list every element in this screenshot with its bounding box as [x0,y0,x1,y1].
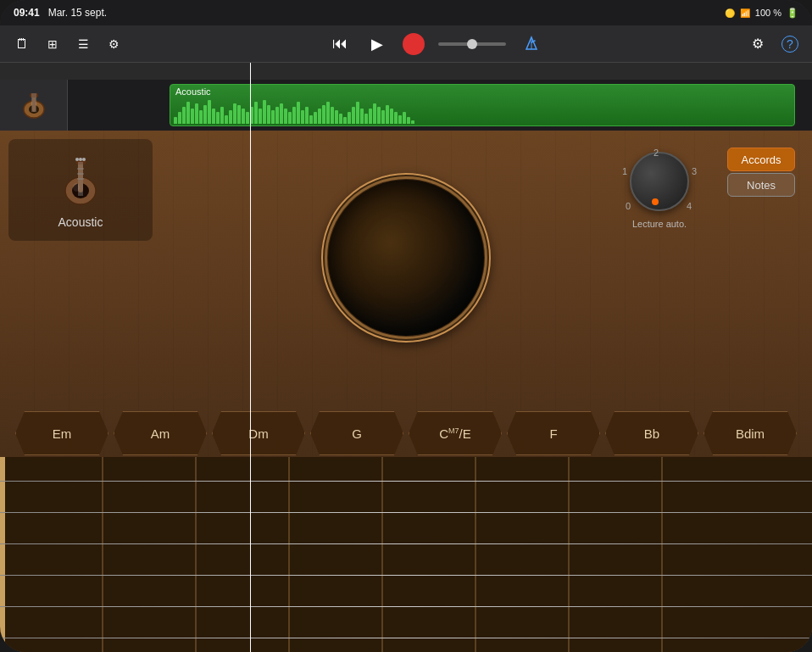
chord-label-dm: Dm [248,426,268,441]
fret-line-2 [195,457,197,652]
chord-label-bdim: Bdim [736,426,765,441]
track-guitar-icon [17,88,51,122]
knob-label-4: 4 [687,201,692,211]
track-region[interactable]: Acoustic [170,84,795,126]
acoustic-guitar-icon [53,153,108,209]
knob-label-3: 3 [692,166,697,176]
fretboard[interactable] [0,457,812,652]
help-icon: ? [781,36,798,53]
settings-button[interactable]: ⚙ [746,32,770,56]
accords-button[interactable]: Accords [727,148,795,171]
fret-line-6 [568,457,570,652]
fret-line-4 [381,457,383,652]
guitar-interface: Acoustic 0 1 2 3 4 Lecture aut [0,131,812,652]
sound-hole-ring2 [321,173,491,343]
knob-label-2: 2 [653,148,659,158]
status-icons: 🟡 📶 100 % 🔋 [725,8,798,19]
knob-label-1: 1 [622,166,627,176]
tracks-button[interactable]: ⊞ [41,32,64,56]
settings-icon: ⚙ [752,36,764,52]
fret-line-7 [661,457,663,652]
autoplay-text: Lecture auto. [632,219,687,229]
status-bar: 09:41 Mar. 15 sept. 🟡 📶 100 % 🔋 [0,0,812,25]
mixer-icon: ☰ [78,37,89,51]
fret-line-1 [102,457,103,652]
help-button[interactable]: ? [778,32,802,56]
fret-line-5 [475,457,476,652]
track-header[interactable] [0,80,68,131]
string-3 [0,543,812,544]
toolbar-left: 🗒 ⊞ ☰ ⚙ [10,32,125,56]
mixer-button[interactable]: ☰ [71,32,95,56]
toolbar-center: ⏮ ▶ [131,32,741,56]
chord-label-g: G [352,426,362,441]
fret-line-3 [288,457,290,652]
knob-label-0: 0 [626,201,631,211]
knob-container[interactable]: 0 1 2 3 4 [626,148,693,215]
rewind-icon: ⏮ [332,35,348,53]
svg-point-23 [73,183,80,192]
waveform [170,97,794,124]
rewind-button[interactable]: ⏮ [328,32,352,56]
chord-label-cm7e: CM7/E [439,426,471,441]
eq-button[interactable]: ⚙ [102,32,125,56]
battery-dot-icon: 🟡 [725,8,735,18]
string-5 [0,606,812,607]
chord-button-bb[interactable]: Bb [605,411,698,455]
track-area: Acoustic [0,80,812,131]
chord-row: Em Am Dm G CM7/E F Bb [0,410,812,457]
knob-labels: 0 1 2 3 4 [626,148,693,215]
track-content[interactable]: Acoustic [68,80,812,131]
volume-knob [467,39,477,49]
svg-point-16 [82,158,86,161]
chord-button-f[interactable]: F [507,411,600,455]
svg-line-2 [531,41,535,42]
string-6 [0,638,812,638]
record-button[interactable] [403,33,425,55]
accords-label: Accords [742,153,781,166]
playhead-line [250,0,251,652]
notes-button[interactable]: Notes [727,173,795,197]
chord-label-am: Am [151,426,170,441]
play-icon: ▶ [371,35,383,53]
new-project-button[interactable]: 🗒 [10,32,34,56]
instrument-panel[interactable]: Acoustic [8,139,153,241]
volume-slider[interactable] [438,42,506,46]
string-1 [0,481,812,482]
tracks-icon: ⊞ [47,37,58,51]
battery-icon: 🔋 [787,8,798,19]
wifi-icon: 📶 [740,8,750,18]
svg-point-15 [79,158,82,161]
status-time: 09:41 [14,7,40,19]
chord-label-em: Em [53,426,72,441]
string-4 [0,575,812,576]
nut-line [0,457,5,652]
chord-button-em[interactable]: Em [15,411,108,455]
toolbar-right: ⚙ ? [746,32,802,56]
guitar-sound-hole [313,164,499,351]
svg-point-14 [75,158,79,161]
chord-button-g[interactable]: G [310,411,403,455]
sound-hole-inner [321,173,491,343]
instrument-name: Acoustic [58,215,103,229]
region-label: Acoustic [175,86,211,97]
autoplay-section: 0 1 2 3 4 Lecture auto. [626,148,693,229]
metronome-button[interactable] [520,32,543,56]
chord-button-dm[interactable]: Dm [212,411,305,455]
battery-label: 100 % [755,8,781,18]
string-2 [0,512,812,513]
new-project-icon: 🗒 [15,36,29,52]
guitar-small-icon [18,89,50,121]
eq-icon: ⚙ [108,37,120,51]
device-frame: 09:41 Mar. 15 sept. 🟡 📶 100 % 🔋 🗒 ⊞ ☰ ⚙ [0,0,812,652]
status-date: Mar. 15 sept. [48,7,107,19]
acoustic-guitar-image [51,151,110,210]
notes-label: Notes [747,179,776,192]
toolbar: 🗒 ⊞ ☰ ⚙ ⏮ ▶ [0,25,812,63]
chord-button-bdim[interactable]: Bdim [704,411,797,455]
chord-button-am[interactable]: Am [114,411,207,455]
mode-buttons: Accords Notes [727,148,795,197]
chord-button-cm7e[interactable]: CM7/E [409,411,502,455]
play-button[interactable]: ▶ [365,32,389,56]
metronome-icon [523,36,540,53]
